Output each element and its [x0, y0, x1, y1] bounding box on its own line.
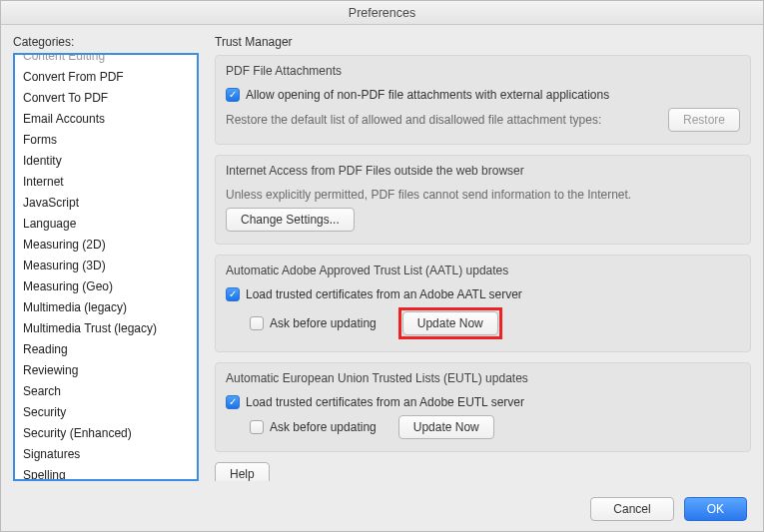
- categories-listbox[interactable]: Content EditingConvert From PDFConvert T…: [13, 53, 199, 481]
- section-title: Automatic European Union Trusted Lists (…: [226, 371, 740, 385]
- window-title: Preferences: [1, 1, 763, 25]
- sidebar-item[interactable]: Measuring (3D): [15, 256, 197, 276]
- highlight-box: Update Now: [398, 307, 502, 339]
- sidebar-item[interactable]: Identity: [15, 151, 197, 172]
- aatl-ask-label: Ask before updating: [270, 316, 377, 330]
- panel: Trust Manager PDF File Attachments ✓ All…: [215, 35, 751, 481]
- sidebar-item[interactable]: Convert To PDF: [15, 88, 197, 109]
- section-internet-access: Internet Access from PDF Files outside t…: [215, 155, 751, 245]
- aatl-load-checkbox[interactable]: ✓: [226, 287, 240, 301]
- sidebar-item[interactable]: Internet: [15, 172, 197, 193]
- sidebar-item[interactable]: Language: [15, 214, 197, 235]
- aatl-update-now-button[interactable]: Update Now: [402, 311, 498, 335]
- section-pdf-attachments: PDF File Attachments ✓ Allow opening of …: [215, 55, 751, 145]
- dialog-footer: Cancel OK: [1, 489, 763, 531]
- aatl-load-label: Load trusted certificates from an Adobe …: [246, 287, 522, 301]
- sidebar-item[interactable]: Security: [15, 402, 197, 423]
- sidebar-item[interactable]: JavaScript: [15, 193, 197, 214]
- sidebar-item[interactable]: Security (Enhanced): [15, 423, 197, 444]
- sidebar-item[interactable]: Spelling: [15, 465, 197, 481]
- section-title: Automatic Adobe Approved Trust List (AAT…: [226, 264, 740, 277]
- check-icon: ✓: [229, 397, 237, 407]
- sidebar-item[interactable]: Email Accounts: [15, 109, 197, 130]
- eutl-ask-checkbox[interactable]: [250, 420, 264, 434]
- section-title: Internet Access from PDF Files outside t…: [226, 164, 740, 178]
- eutl-load-label: Load trusted certificates from an Adobe …: [246, 395, 524, 409]
- categories-label: Categories:: [13, 35, 199, 53]
- eutl-load-checkbox[interactable]: ✓: [226, 395, 240, 409]
- sidebar-item[interactable]: Multimedia Trust (legacy): [15, 318, 197, 339]
- content: Categories: Content EditingConvert From …: [1, 25, 763, 489]
- sidebar-item[interactable]: Measuring (Geo): [15, 276, 197, 297]
- sidebar-item[interactable]: Multimedia (legacy): [15, 297, 197, 318]
- sidebar-item[interactable]: Content Editing: [15, 53, 197, 67]
- internet-desc: Unless explicitly permitted, PDF files c…: [226, 188, 631, 202]
- allow-open-label: Allow opening of non-PDF file attachment…: [246, 88, 609, 102]
- eutl-update-now-button[interactable]: Update Now: [398, 415, 494, 439]
- sidebar-item[interactable]: Reading: [15, 339, 197, 360]
- allow-open-checkbox[interactable]: ✓: [226, 88, 240, 102]
- sidebar-item[interactable]: Convert From PDF: [15, 67, 197, 88]
- section-aatl: Automatic Adobe Approved Trust List (AAT…: [215, 255, 751, 352]
- ok-button[interactable]: OK: [684, 497, 747, 521]
- aatl-ask-checkbox[interactable]: [250, 316, 264, 330]
- check-icon: ✓: [229, 289, 237, 299]
- sidebar-item[interactable]: Reviewing: [15, 360, 197, 381]
- sidebar-item[interactable]: Forms: [15, 130, 197, 151]
- sidebar-item[interactable]: Search: [15, 381, 197, 402]
- help-button[interactable]: Help: [215, 462, 270, 481]
- preferences-window: Preferences Categories: Content EditingC…: [0, 0, 764, 532]
- sidebar: Categories: Content EditingConvert From …: [13, 35, 199, 481]
- panel-title: Trust Manager: [215, 35, 751, 55]
- change-settings-button[interactable]: Change Settings...: [226, 208, 355, 232]
- restore-text: Restore the default list of allowed and …: [226, 113, 601, 127]
- panel-body: PDF File Attachments ✓ Allow opening of …: [215, 55, 751, 481]
- cancel-button[interactable]: Cancel: [590, 497, 673, 521]
- sidebar-item[interactable]: Measuring (2D): [15, 235, 197, 256]
- section-title: PDF File Attachments: [226, 64, 740, 78]
- section-eutl: Automatic European Union Trusted Lists (…: [215, 362, 751, 452]
- check-icon: ✓: [229, 90, 237, 100]
- restore-button[interactable]: Restore: [668, 108, 740, 132]
- sidebar-item[interactable]: Signatures: [15, 444, 197, 465]
- eutl-ask-label: Ask before updating: [270, 420, 377, 434]
